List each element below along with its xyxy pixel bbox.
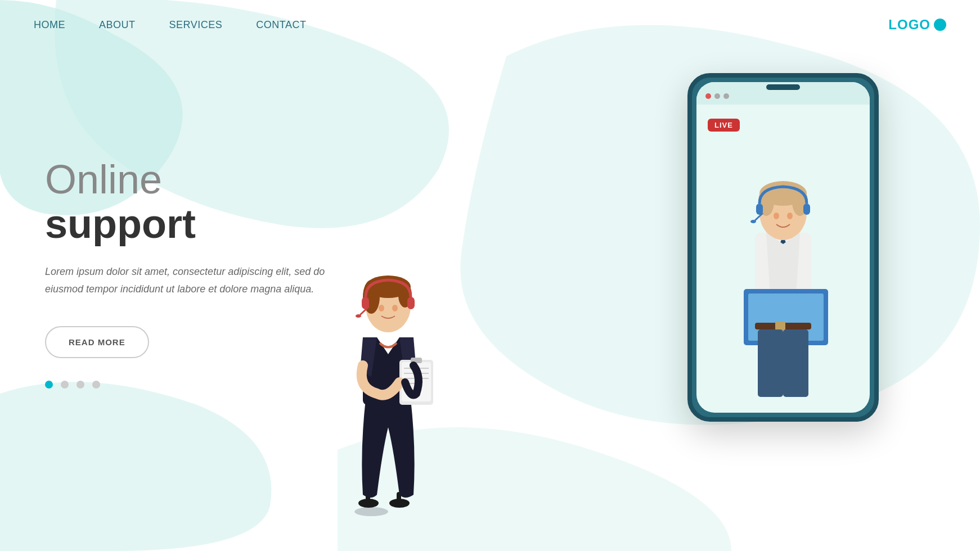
svg-rect-18 xyxy=(783,329,808,397)
logo-icon xyxy=(934,19,946,31)
svg-point-6 xyxy=(774,213,779,219)
nav-home[interactable]: HOME xyxy=(34,19,65,30)
nav-links: HOME ABOUT SERVICES CONTACT xyxy=(34,19,306,31)
dot-1[interactable] xyxy=(45,381,53,389)
live-badge: LIVE xyxy=(708,119,740,132)
pagination-dots xyxy=(45,381,326,389)
headline-online: Online xyxy=(45,157,326,202)
svg-rect-17 xyxy=(758,329,783,397)
svg-point-11 xyxy=(750,220,756,223)
logo-text: LOGO xyxy=(888,17,930,33)
phone-agent xyxy=(696,110,870,413)
svg-point-34 xyxy=(392,305,398,311)
svg-point-19 xyxy=(354,507,388,516)
hero-content: Online support Lorem ipsum dolor sit ame… xyxy=(45,157,326,389)
svg-point-38 xyxy=(356,314,361,318)
svg-point-33 xyxy=(379,305,384,311)
hero-description: Lorem ipsum dolor sit amet, consectetur … xyxy=(45,263,326,297)
read-more-button[interactable]: READ MORE xyxy=(45,326,149,358)
dot-4[interactable] xyxy=(92,381,100,389)
phone-mockup: LIVE xyxy=(687,73,879,422)
phone-notch xyxy=(766,84,800,90)
nav-services[interactable]: SERVICES xyxy=(169,19,223,30)
headline-support: support xyxy=(45,202,326,246)
woman-agent xyxy=(326,225,450,517)
svg-point-7 xyxy=(787,213,793,219)
navbar: HOME ABOUT SERVICES CONTACT LOGO xyxy=(0,0,980,49)
phone-dot-red xyxy=(705,93,711,99)
phone-dot-gray1 xyxy=(714,93,720,99)
dot-2[interactable] xyxy=(61,381,69,389)
svg-rect-36 xyxy=(407,297,415,309)
logo[interactable]: LOGO xyxy=(888,17,946,33)
nav-about[interactable]: ABOUT xyxy=(99,19,136,30)
svg-rect-9 xyxy=(803,204,810,215)
phone-screen: LIVE xyxy=(696,82,870,413)
dot-3[interactable] xyxy=(77,381,84,389)
svg-rect-16 xyxy=(775,322,785,331)
nav-contact[interactable]: CONTACT xyxy=(256,19,306,30)
phone-dot-gray2 xyxy=(723,93,729,99)
